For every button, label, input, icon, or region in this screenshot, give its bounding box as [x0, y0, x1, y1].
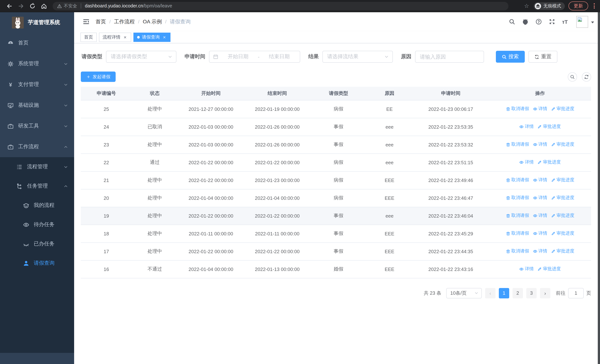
approval-progress-link[interactable]: 审批进度	[551, 177, 574, 183]
tab-home[interactable]: 首页	[80, 32, 97, 42]
detail-link[interactable]: 详情	[533, 141, 547, 148]
detail-link[interactable]: 详情	[533, 195, 547, 201]
next-page-button[interactable]: ›	[540, 288, 550, 298]
search-button[interactable]: 搜索	[496, 51, 525, 63]
approval-progress-link[interactable]: 审批进度	[551, 213, 574, 219]
help-icon[interactable]	[535, 19, 542, 25]
sidebar-item-payment[interactable]: ¥ 支付管理	[0, 74, 74, 95]
bookmark-star-icon[interactable]: ☆	[523, 3, 530, 9]
detail-link[interactable]: 详情	[519, 266, 534, 272]
back-icon[interactable]	[6, 3, 13, 9]
address-bar[interactable]: 不安全 dashboard.yudao.iocoder.cn/bpm/oa/le…	[53, 2, 508, 10]
detail-link[interactable]: 详情	[519, 124, 534, 130]
github-icon[interactable]	[522, 19, 528, 25]
approval-progress-link[interactable]: 审批进度	[538, 266, 561, 272]
detail-link[interactable]: 详情	[519, 159, 534, 166]
create-leave-button[interactable]: ＋ 发起请假	[81, 72, 116, 82]
breadcrumb-item[interactable]: 工作流程	[114, 18, 135, 25]
sidebar-item-leave-query[interactable]: 请假查询	[0, 253, 74, 273]
column-header: 操作	[489, 87, 591, 100]
page-button-3[interactable]: 3	[526, 288, 537, 298]
reload-icon[interactable]	[29, 3, 36, 9]
sidebar-item-workflow[interactable]: 工作流程	[0, 136, 74, 157]
approval-progress-link[interactable]: 审批进度	[551, 230, 574, 237]
progress-icon	[538, 125, 542, 129]
close-icon[interactable]: ×	[123, 35, 128, 39]
goto-page-input[interactable]	[568, 288, 584, 298]
page-size-select[interactable]: 10条/页	[446, 288, 482, 298]
detail-link[interactable]: 详情	[533, 106, 547, 112]
detail-link[interactable]: 详情	[533, 248, 547, 254]
page-button-1[interactable]: 1	[499, 288, 509, 298]
cancel-leave-link[interactable]: 取消请假	[506, 248, 529, 254]
sidebar-item-home[interactable]: 首页	[0, 33, 74, 53]
sidebar-item-process-mgmt[interactable]: 流程管理	[0, 157, 74, 177]
detail-icon	[533, 178, 537, 182]
tab-process-detail[interactable]: 流程详情 ×	[99, 32, 131, 42]
cancel-leave-link[interactable]: 取消请假	[506, 195, 529, 201]
detail-link[interactable]: 详情	[533, 213, 547, 219]
sidebar-item-infra[interactable]: 基础设施	[0, 95, 74, 116]
cancel-leave-link[interactable]: 取消请假	[506, 230, 529, 237]
sidebar-item-done-tasks[interactable]: 已办任务	[0, 234, 74, 253]
forward-icon[interactable]	[18, 3, 24, 9]
sidebar-item-my-process[interactable]: 我的流程	[0, 196, 74, 215]
cell-apply-time: 2022-01-22 23:53:32	[412, 136, 489, 153]
eye-icon	[23, 222, 29, 228]
reason-input[interactable]	[420, 54, 479, 60]
security-label[interactable]: 不安全	[64, 3, 77, 9]
cell-reason: EEE	[366, 243, 412, 260]
cell-apply-time: 2022-01-22 23:53:35	[412, 118, 489, 136]
apply-time-range-picker[interactable]: 开始日期 - 结束日期	[209, 51, 300, 63]
tab-label: 流程详情	[103, 34, 121, 40]
prev-page-button[interactable]: ‹	[485, 288, 496, 298]
detail-link[interactable]: 详情	[533, 177, 547, 183]
cancel-leave-link[interactable]: 取消请假	[506, 213, 529, 219]
reset-button[interactable]: 重置	[528, 51, 557, 63]
url-host: dashboard.yudao.iocoder.cn	[85, 3, 143, 9]
search-icon[interactable]	[509, 19, 515, 25]
close-icon[interactable]: ×	[162, 35, 167, 39]
sidebar-item-devtools[interactable]: 研发工具	[0, 116, 74, 136]
sidebar-item-todo-tasks[interactable]: 待办任务	[0, 215, 74, 234]
cell-start-time: 2021-12-27 00:00:00	[178, 100, 244, 118]
column-header: 请假类型	[310, 87, 366, 100]
tab-leave-query[interactable]: 请假查询 ×	[133, 32, 170, 42]
home-icon[interactable]	[41, 3, 47, 9]
leave-type-select[interactable]: 请选择请假类型	[106, 51, 176, 63]
show-search-button[interactable]	[568, 72, 577, 81]
approval-progress-link[interactable]: 审批进度	[538, 124, 561, 130]
cell-actions: 详情审批进度	[489, 118, 591, 136]
sidebar-item-system[interactable]: 系统管理	[0, 53, 74, 74]
breadcrumb-item[interactable]: 首页	[96, 18, 106, 25]
approval-progress-link[interactable]: 审批进度	[538, 159, 561, 166]
cell-end-time: 2022-01-11 00:00:00	[244, 225, 310, 243]
approval-progress-link[interactable]: 审批进度	[551, 141, 574, 148]
cell-end-time: 2022-01-22 00:00:00	[244, 153, 310, 171]
approval-progress-link[interactable]: 审批进度	[551, 195, 574, 201]
cancel-leave-link[interactable]: 取消请假	[506, 141, 529, 148]
result-select[interactable]: 请选择流结果	[322, 51, 393, 63]
update-button[interactable]: 更新	[569, 1, 588, 10]
font-size-icon[interactable]: ᴛT	[562, 19, 568, 25]
cancel-leave-link[interactable]: 取消请假	[506, 177, 529, 183]
collapse-sidebar-icon[interactable]	[83, 18, 90, 25]
detail-link[interactable]: 详情	[533, 230, 547, 237]
approval-progress-link[interactable]: 审批进度	[551, 248, 574, 254]
sidebar-item-task-mgmt[interactable]: 任务管理	[0, 177, 74, 196]
breadcrumb-item[interactable]: OA 示例	[143, 18, 162, 25]
cancel-leave-link[interactable]: 取消请假	[506, 106, 529, 112]
refresh-table-button[interactable]	[582, 72, 591, 81]
cell-start-time: 2022-01-04 00:00:00	[178, 260, 244, 278]
fullscreen-icon[interactable]	[549, 19, 555, 25]
page-scrollbar[interactable]	[598, 12, 600, 364]
user-menu[interactable]	[576, 16, 594, 28]
app-logo	[12, 17, 24, 28]
avatar[interactable]	[576, 16, 588, 28]
cell-apply-time: 2022-01-22 23:45:29	[412, 225, 489, 243]
chevron-down-icon	[474, 291, 478, 295]
caret-down-icon[interactable]	[591, 21, 594, 23]
page-button-2[interactable]: 2	[513, 288, 523, 298]
approval-progress-link[interactable]: 审批进度	[551, 106, 574, 112]
browser-menu-icon[interactable]	[593, 3, 595, 9]
